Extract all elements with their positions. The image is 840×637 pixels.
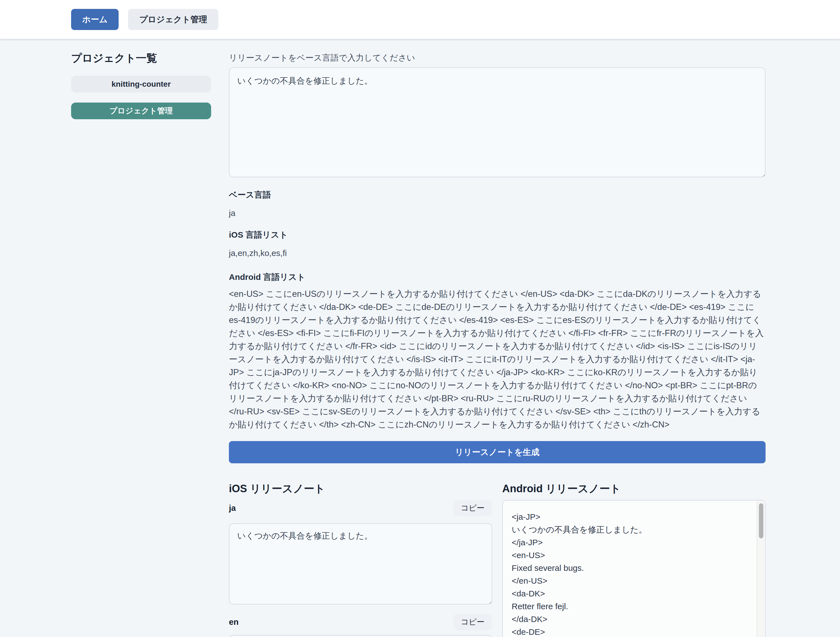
android-notes-text: <ja-JP> いくつかの不具合を修正しました。 </ja-JP> <en-US… bbox=[503, 501, 765, 637]
ios-output-column: iOS リリースノート ja コピー いくつかの不具合を修正しました。 en コ… bbox=[229, 483, 492, 637]
ios-language-list-label: iOS 言語リスト bbox=[229, 229, 766, 241]
copy-en-button[interactable]: コピー bbox=[453, 614, 492, 630]
generate-release-notes-button[interactable]: リリースノートを生成 bbox=[229, 441, 766, 463]
base-language-value: ja bbox=[229, 207, 766, 219]
ios-ja-row: ja コピー bbox=[229, 500, 492, 516]
base-language-label: ベース言語 bbox=[229, 189, 766, 201]
sidebar-item-knitting-counter[interactable]: knitting-counter bbox=[71, 76, 211, 93]
base-note-textarea[interactable]: いくつかの不具合を修正しました。 bbox=[229, 67, 766, 177]
ios-ja-note-textarea[interactable]: いくつかの不具合を修正しました。 bbox=[229, 523, 492, 604]
project-sidebar: プロジェクト一覧 knitting-counter プロジェクト管理 bbox=[71, 39, 211, 119]
android-language-list-label: Android 言語リスト bbox=[229, 271, 766, 283]
ios-language-list-value: ja,en,zh,ko,es,fi bbox=[229, 247, 766, 259]
scrollbar-thumb[interactable] bbox=[759, 503, 763, 538]
output-columns: iOS リリースノート ja コピー いくつかの不具合を修正しました。 en コ… bbox=[229, 483, 766, 637]
base-note-label: リリースノートをベース言語で入力してください bbox=[229, 52, 766, 63]
android-output-title: Android リリースノート bbox=[502, 483, 766, 495]
copy-ja-button[interactable]: コピー bbox=[453, 500, 492, 516]
ios-ja-label: ja bbox=[229, 503, 236, 513]
release-notes-form: リリースノートをベース言語で入力してください いくつかの不具合を修正しました。 … bbox=[229, 39, 766, 637]
android-notes-output[interactable]: <ja-JP> いくつかの不具合を修正しました。 </ja-JP> <en-US… bbox=[502, 500, 766, 637]
sidebar-project-management-button[interactable]: プロジェクト管理 bbox=[71, 103, 211, 119]
android-language-template-text: <en-US> ここにen-USのリリースノートを入力するか貼り付けてください … bbox=[229, 288, 766, 431]
nav-project-management-button[interactable]: プロジェクト管理 bbox=[128, 9, 218, 30]
android-output-column: Android リリースノート <ja-JP> いくつかの不具合を修正しました。… bbox=[502, 483, 766, 637]
scrollbar-track[interactable] bbox=[757, 501, 764, 637]
top-nav: ホーム プロジェクト管理 bbox=[0, 0, 840, 39]
ios-en-row: en コピー bbox=[229, 614, 492, 630]
ios-en-label: en bbox=[229, 617, 238, 627]
page-content: プロジェクト一覧 knitting-counter プロジェクト管理 リリースノ… bbox=[0, 39, 840, 637]
project-list-title: プロジェクト一覧 bbox=[71, 51, 211, 65]
ios-output-title: iOS リリースノート bbox=[229, 483, 492, 495]
ios-en-note-textarea[interactable] bbox=[229, 635, 492, 637]
nav-home-button[interactable]: ホーム bbox=[71, 9, 118, 30]
